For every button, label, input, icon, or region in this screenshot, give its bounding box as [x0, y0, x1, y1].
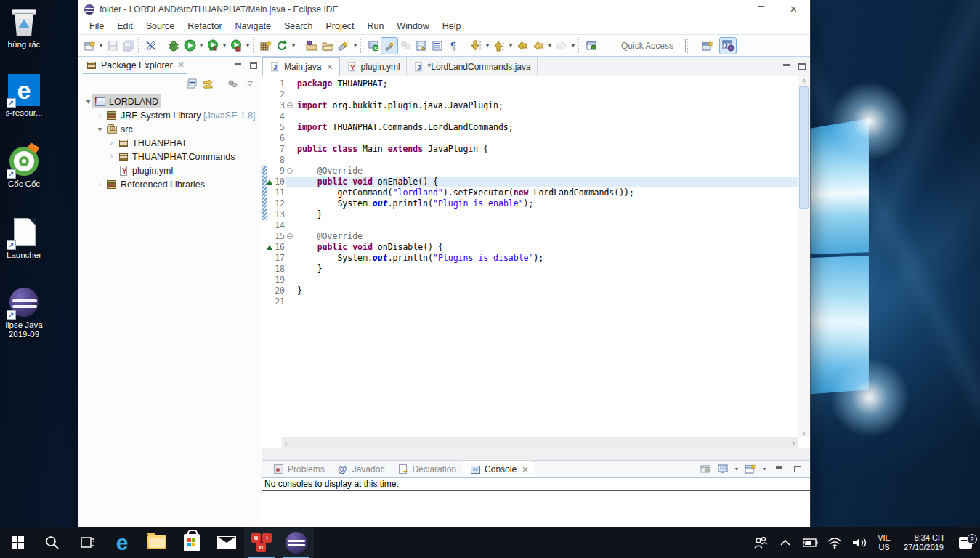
show-selected-element-button[interactable] — [429, 38, 445, 54]
change-bar[interactable] — [262, 155, 267, 166]
taskbar-clock[interactable]: 8:34 CH 27/10/2019 — [896, 533, 951, 552]
desktop-icon-launcher[interactable]: ↗ Launcher — [0, 217, 52, 260]
change-bar[interactable] — [262, 187, 267, 198]
code-line-18[interactable]: 18 } — [262, 264, 798, 275]
maximize-editor-button[interactable] — [794, 60, 810, 73]
minimize-panel-button[interactable] — [771, 462, 787, 475]
open-console-button[interactable] — [743, 461, 758, 476]
horizontal-scrollbar[interactable]: ‹ › — [282, 437, 798, 448]
fold-column[interactable] — [286, 209, 296, 220]
fold-column[interactable] — [286, 275, 296, 286]
code-line-1[interactable]: 1package THUANPHAT; — [262, 78, 798, 89]
minimize-button[interactable] — [712, 0, 745, 18]
bottom-tab-javadoc[interactable]: @Javadoc — [331, 461, 392, 477]
collapsed-arrow-icon[interactable]: › — [108, 139, 116, 147]
maximize-button[interactable] — [745, 0, 777, 18]
collapsed-arrow-icon[interactable]: › — [108, 153, 116, 161]
scroll-up-icon[interactable]: ∧ — [798, 77, 810, 84]
taskbar-store-button[interactable] — [174, 527, 209, 558]
user-activity-button[interactable] — [397, 38, 413, 54]
close-tab-icon[interactable]: ✕ — [522, 465, 528, 474]
change-bar[interactable] — [262, 231, 267, 242]
server-button[interactable]: C — [365, 38, 381, 54]
next-annotation-button[interactable] — [468, 38, 484, 54]
code-line-12[interactable]: 12 System.out.println("Plugin is enable"… — [262, 198, 798, 209]
save-all-button[interactable] — [121, 38, 137, 54]
change-bar[interactable] — [262, 253, 267, 264]
code-line-16[interactable]: 16 public void onDisable() { — [262, 242, 798, 253]
tree-item-thuanphat[interactable]: ›THUANPHAT — [78, 136, 262, 150]
code-line-5[interactable]: 5import THUANPHAT.Commands.LordLandComma… — [262, 122, 798, 133]
package-explorer-tab[interactable]: Package Explorer ✕ — [83, 57, 187, 74]
code-line-17[interactable]: 17 System.out.println("Plugins is disabl… — [262, 253, 798, 264]
collapse-all-button[interactable] — [184, 76, 198, 91]
desktop-icon-eclipse[interactable]: ↗ lipse Java 2019-09 — [0, 286, 52, 339]
scroll-left-icon[interactable]: ‹ — [285, 439, 287, 447]
fold-column[interactable] — [286, 89, 296, 100]
open-console-dropdown[interactable]: ▾ — [761, 461, 768, 477]
change-bar[interactable] — [262, 198, 267, 209]
new-java-project-button[interactable] — [258, 38, 274, 54]
previous-annotation-dropdown[interactable]: ▾ — [507, 38, 514, 54]
view-menu-button[interactable]: ▽ — [243, 76, 257, 91]
tree-item-thuanphat-commands[interactable]: ›THUANPHAT.Commands — [78, 150, 262, 163]
fold-collapse-icon[interactable]: − — [287, 233, 293, 239]
coverage-button[interactable] — [205, 38, 221, 54]
new-wizard-dropdown[interactable]: ▾ — [97, 38, 105, 54]
fold-column[interactable]: − — [286, 166, 296, 177]
battery-tray-button[interactable] — [798, 538, 822, 548]
pin-console-button[interactable] — [698, 461, 713, 476]
vertical-scrollbar-thumb[interactable] — [799, 86, 809, 209]
change-bar[interactable] — [262, 220, 267, 231]
language-indicator[interactable]: VIE US — [872, 533, 896, 552]
menu-window[interactable]: Window — [390, 20, 435, 33]
fold-column[interactable] — [286, 144, 296, 155]
show-hidden-icons-button[interactable] — [773, 539, 798, 546]
editor-tab--lordlandcommands-java[interactable]: J*LordLandCommands.java — [407, 57, 538, 76]
new-wizard-button[interactable] — [81, 38, 97, 54]
bottom-tab-declaration[interactable]: Declaration — [391, 461, 463, 477]
tree-item-lordland[interactable]: ▾LORDLAND — [78, 94, 262, 108]
wifi-tray-button[interactable] — [822, 537, 847, 549]
code-line-4[interactable]: 4 — [262, 111, 798, 122]
taskbar-search-button[interactable] — [35, 527, 70, 558]
fold-collapse-icon[interactable]: − — [287, 168, 293, 174]
fold-column[interactable]: − — [286, 231, 296, 242]
maximize-panel-button[interactable] — [790, 462, 806, 475]
change-bar[interactable] — [262, 209, 267, 220]
taskbar-eclipse-button[interactable] — [279, 527, 314, 558]
save-button[interactable] — [105, 38, 121, 54]
back-dropdown[interactable]: ▾ — [546, 38, 554, 54]
vertical-scrollbar[interactable]: ∧ ∨ — [798, 76, 810, 437]
bottom-tab-console[interactable]: Console✕ — [463, 461, 535, 477]
quick-access-input[interactable] — [617, 39, 686, 52]
expanded-arrow-icon[interactable]: ▾ — [96, 125, 104, 133]
menu-search[interactable]: Search — [278, 20, 320, 33]
next-annotation-dropdown[interactable]: ▾ — [484, 38, 491, 54]
fold-column[interactable] — [286, 220, 296, 231]
tree-item-plugin-yml[interactable]: Yplugin.yml — [78, 163, 262, 177]
code-line-3[interactable]: 3−import org.bukkit.plugin.java.JavaPlug… — [262, 100, 798, 111]
refresh-button[interactable] — [274, 38, 290, 54]
desktop-icon-recycle-bin[interactable]: hùng rác — [0, 6, 52, 49]
horizontal-sash[interactable] — [262, 448, 810, 460]
previous-annotation-button[interactable] — [491, 38, 507, 54]
code-line-13[interactable]: 13 } — [262, 209, 798, 220]
java-perspective-button[interactable]: J — [720, 38, 736, 54]
taskbar-mail-button[interactable] — [209, 527, 244, 558]
skip-breakpoints-button[interactable] — [143, 38, 159, 54]
console-body[interactable] — [262, 491, 810, 527]
menu-file[interactable]: File — [83, 20, 110, 33]
close-view-icon[interactable]: ✕ — [178, 60, 185, 70]
fold-column[interactable] — [286, 296, 296, 307]
code-editor[interactable]: 1package THUANPHAT;23−import org.bukkit.… — [262, 76, 810, 448]
expanded-arrow-icon[interactable]: ▾ — [84, 97, 92, 105]
close-button[interactable]: ✕ — [777, 0, 810, 18]
code-line-11[interactable]: 11 getCommand("lordland").setExecutor(ne… — [262, 187, 798, 198]
scroll-down-icon[interactable]: ∨ — [798, 429, 810, 437]
fold-column[interactable] — [286, 286, 296, 296]
refresh-dropdown[interactable]: ▾ — [290, 38, 297, 54]
fold-column[interactable] — [286, 187, 296, 198]
fold-column[interactable] — [286, 155, 296, 166]
task-view-button[interactable] — [70, 527, 105, 558]
